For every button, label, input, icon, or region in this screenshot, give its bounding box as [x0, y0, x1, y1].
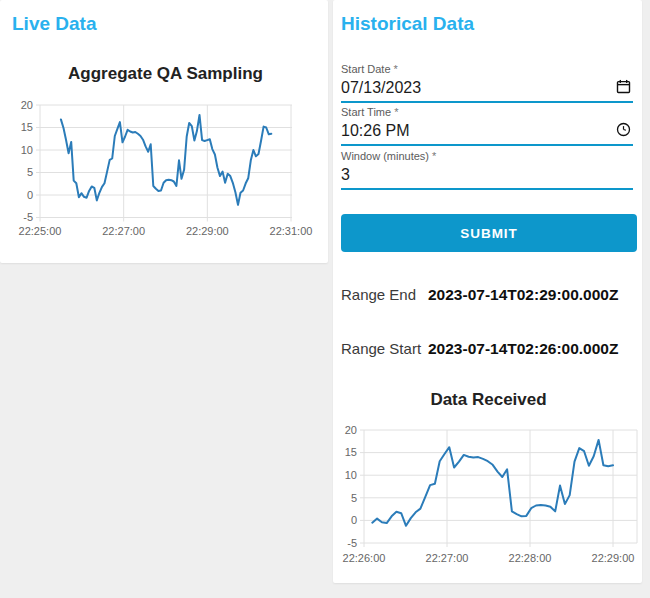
range-start-value: 2023-07-14T02:26:00.000Z	[428, 340, 618, 358]
required-asterisk: *	[394, 106, 398, 118]
historical-chart-title: Data Received	[364, 390, 613, 410]
svg-text:20: 20	[21, 99, 33, 111]
window-minutes-input[interactable]: 3	[341, 164, 633, 186]
window-minutes-label: Window (minutes)*	[341, 147, 633, 163]
svg-text:5: 5	[351, 492, 357, 504]
submit-button[interactable]: SUBMIT	[341, 214, 637, 252]
start-date-label: Start Date*	[341, 60, 633, 76]
range-start-label: Range Start	[341, 340, 428, 357]
svg-text:22:28:00: 22:28:00	[509, 552, 552, 564]
range-end-value: 2023-07-14T02:29:00.000Z	[428, 286, 618, 304]
live-data-heading: Live Data	[12, 13, 96, 35]
required-asterisk: *	[394, 63, 398, 75]
svg-text:20: 20	[345, 424, 357, 436]
svg-text:0: 0	[27, 189, 33, 201]
svg-text:-5: -5	[347, 537, 357, 549]
range-start-row: Range Start 2023-07-14T02:26:00.000Z	[341, 340, 618, 358]
svg-text:15: 15	[21, 121, 33, 133]
calendar-icon[interactable]	[616, 79, 631, 94]
svg-text:22:25:00: 22:25:00	[19, 225, 62, 237]
range-end-label: Range End	[341, 286, 428, 303]
svg-text:22:31:00: 22:31:00	[270, 225, 313, 237]
historical-line-chart: 20151050-522:26:0022:27:0022:28:0022:29:…	[333, 415, 642, 577]
svg-text:10: 10	[345, 469, 357, 481]
svg-text:0: 0	[351, 514, 357, 526]
window-minutes-field[interactable]: Window (minutes)* 3	[341, 147, 633, 190]
clock-icon[interactable]	[616, 122, 631, 137]
start-date-input[interactable]: 07/13/2023	[341, 77, 633, 99]
svg-text:10: 10	[21, 144, 33, 156]
live-line-chart: 20151050-522:25:0022:27:0022:29:0022:31:…	[0, 60, 328, 260]
svg-text:5: 5	[27, 166, 33, 178]
required-asterisk: *	[432, 150, 436, 162]
start-date-field[interactable]: Start Date* 07/13/2023	[341, 60, 633, 103]
historical-data-panel: Historical Data Start Date* 07/13/2023 S…	[333, 0, 642, 583]
start-time-input[interactable]: 10:26 PM	[341, 120, 633, 142]
svg-text:22:29:00: 22:29:00	[186, 225, 229, 237]
range-end-row: Range End 2023-07-14T02:29:00.000Z	[341, 286, 618, 304]
svg-text:22:29:00: 22:29:00	[592, 552, 635, 564]
svg-text:22:26:00: 22:26:00	[343, 552, 386, 564]
svg-text:-5: -5	[23, 211, 33, 223]
start-time-field[interactable]: Start Time* 10:26 PM	[341, 103, 633, 146]
start-time-label: Start Time*	[341, 103, 633, 119]
live-data-panel: Live Data Aggregate QA Sampling 20151050…	[0, 0, 328, 263]
svg-text:22:27:00: 22:27:00	[102, 225, 145, 237]
historical-data-heading: Historical Data	[341, 13, 474, 35]
svg-text:15: 15	[345, 446, 357, 458]
svg-text:22:27:00: 22:27:00	[426, 552, 469, 564]
